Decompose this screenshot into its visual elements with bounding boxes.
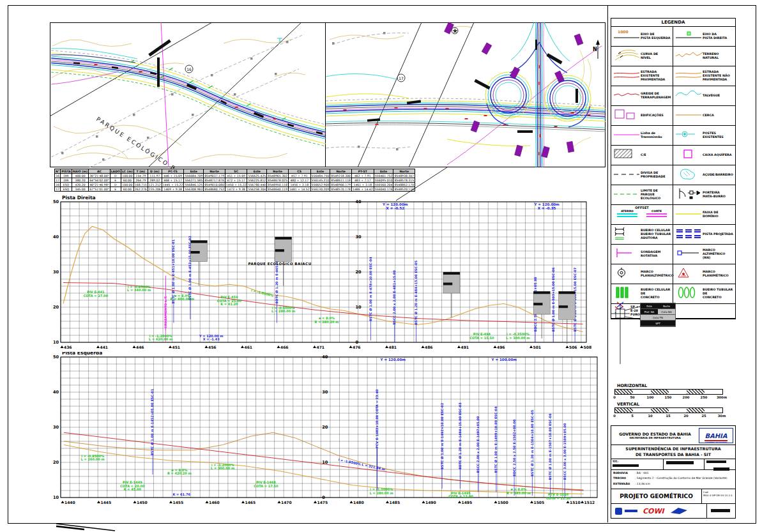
table-header: SC xyxy=(225,169,247,174)
station-label: 1475 xyxy=(317,500,328,505)
legend-row: EDIFICAÇÕESCERCA xyxy=(611,106,735,126)
legend-row: CURVA DENÍVELTERRENONATURAL xyxy=(611,47,735,66)
table-header: LADO xyxy=(110,169,121,174)
legend-item: CURVA DENÍVEL xyxy=(611,47,673,66)
marco-pl-icon xyxy=(674,265,703,283)
culvert-annotation: BSCC 2.00 x 2.00 E-481+15.00 xyxy=(392,270,396,324)
grade-annotation: L = 420.00 m xyxy=(149,337,172,341)
grade-annotation: L = 340.00 m xyxy=(127,288,151,292)
legend-item: TERRENONATURAL xyxy=(673,47,735,66)
culvert-annotation: BSTC Ø 1.00 m E-1452+05.00 ESC-01 xyxy=(150,388,154,455)
curve-data-table: N°PISTARAIO (m)ACLADOLC (m)T (m)D (m)PC-… xyxy=(54,169,415,192)
table-header: Norte xyxy=(393,169,415,174)
legend-row: Linha de TransmissãoPOSTESEXISTENTES xyxy=(611,126,735,146)
divisa-icon xyxy=(613,166,641,184)
curve-y-label: Y = 100.00m xyxy=(491,358,517,361)
table-header: Este xyxy=(374,169,393,174)
table-row: 16DIR400.0036°21'48.00"D100.00154.79111.… xyxy=(55,174,415,178)
curve-y-label: X = -0.52 xyxy=(386,206,405,210)
elevation-label-2: 40 xyxy=(322,354,328,360)
road-info: RODOVIA: BA - 001 TRECHO: Segmento 2 - C… xyxy=(611,470,735,489)
table-header: Norte xyxy=(267,169,289,174)
pista-proj-icon xyxy=(674,225,703,243)
culvert-annotation: BDTC Ø 1.20 m E-1494+15.00 ESC-03 xyxy=(458,402,462,469)
culvert-annotation: BDCC 2.50 x 2.50 E-1502+00.00 xyxy=(512,419,516,476)
legend-row: C/ECAIXA AQUÍFERA xyxy=(611,146,735,165)
legend-item: LIMITE DEPARQUEECOLÓGICO xyxy=(611,185,673,204)
table-header: CS xyxy=(288,169,310,174)
extensao-value: : 13,36 km xyxy=(635,482,650,485)
stamp-cell xyxy=(706,504,735,518)
grade-annotation: COTA = 27.00 xyxy=(84,294,109,298)
legend-title: LEGENDA xyxy=(611,19,735,27)
slope-label: i = -1.8500% L = 321.84 m xyxy=(338,457,385,471)
station-label: 1490 xyxy=(425,500,436,505)
culvert-annotation: BSTC Ø 1.00 m E-1499+10.00 ESC-04 xyxy=(494,406,498,473)
title-fields-row: TÍT.: xyxy=(611,459,735,470)
svg-text:N: N xyxy=(593,47,597,52)
profile-title: Pista Direita xyxy=(62,195,96,201)
station-label: 491 xyxy=(461,345,469,349)
elevation-label-2: 20 xyxy=(355,270,362,275)
grade-annotation: L = 300.00 m xyxy=(506,336,530,340)
scale-bars: HORIZONTAL 050100150200250300m VERTICAL … xyxy=(612,382,731,419)
offset-stakes xyxy=(130,60,286,121)
legend-row: MARCOPLANIALTIMÉTRICOMARCOPLANIMÉTRICO xyxy=(611,264,735,284)
elevation-label: 30 xyxy=(53,270,59,275)
cowi-logo: COWI xyxy=(643,507,664,515)
station-label: 441 xyxy=(100,345,109,349)
horizontal-scale-bar xyxy=(614,389,723,395)
caixa-icon xyxy=(674,146,703,164)
porteira-icon xyxy=(674,186,703,204)
svg-text:1000: 1000 xyxy=(618,29,629,34)
station-label: 1512 xyxy=(584,500,595,505)
elevation-label-2: 0 xyxy=(322,495,325,500)
station-label: 476 xyxy=(353,345,361,349)
legend-item: MARCOALTIMÉTRICO (RN) xyxy=(673,245,735,264)
boring-detail: EsteNorteProf. NACota NACota TNSPT xyxy=(611,300,735,370)
station-label: 466 xyxy=(280,345,289,349)
title-block: GOVERNO DO ESTADO DA BAHIA SECRETARIA DE… xyxy=(611,425,736,519)
company-logo-bar xyxy=(625,510,637,512)
profile-pista-esquerda: 5040302010403020100144014451450145514601… xyxy=(45,352,607,515)
table-header: AC xyxy=(89,169,110,174)
legend-item: Linha de Transmissão xyxy=(611,126,673,145)
culvert-annotation: BSCC 3.00 x 3.00 E-1509+05.00 xyxy=(563,423,567,480)
elevation-label-2: 10 xyxy=(355,305,362,310)
park-label: PARQUE ECOLÓGICO BAIACU xyxy=(95,115,199,171)
legend-item: C/E xyxy=(611,146,673,165)
fold-mark xyxy=(51,522,121,532)
table-header: Este xyxy=(310,169,330,174)
acude-icon xyxy=(674,166,703,184)
panel-divider xyxy=(607,5,608,522)
legend-item: DIVISA DEPROPRIEDADE xyxy=(611,165,673,185)
culvert-annotation: BSTC Ø 1.00 m E-478+10.00 ESC-04 xyxy=(369,257,372,321)
legend-row: LIMITE DEPARQUEECOLÓGICOPORTEIRAMATA-BUR… xyxy=(611,185,735,205)
station-label: 1450 xyxy=(137,500,148,505)
station-label: 436 xyxy=(64,345,72,349)
table-header: RAIO (m) xyxy=(72,169,88,174)
eixo-dir-icon xyxy=(674,27,703,45)
alignment-corridor-left xyxy=(51,49,326,146)
legend-item: CAIXA AQUÍFERA xyxy=(673,146,735,165)
grade-annotation: COTA = 13.00 xyxy=(448,494,473,498)
curve-badge-16-label: 16 xyxy=(187,67,192,72)
vertical-scale-ticks: 051015202530m xyxy=(614,413,722,419)
elevation-label-2: 30 xyxy=(322,390,328,395)
table-row: 17DIR380.2064°56'02.00"E60.00264.79289.0… xyxy=(55,178,415,183)
grade-annotation: K = 41.20 xyxy=(220,302,238,306)
sheet-title: PROJETO GEOMÉTRICO xyxy=(611,489,702,503)
culvert-annotation: CRUZAMENTO L.T. xyxy=(164,296,167,328)
grade-annotation: L = 260.00 m xyxy=(81,457,105,461)
culvert-annotation: BSTC Ø 1.00 m E-503+15.00 ESC-06 xyxy=(551,267,555,331)
horizontal-scale-ticks: 050100150200250300m xyxy=(614,395,722,400)
station-label: 1460 xyxy=(209,500,220,505)
profile-pista-direita: 5040302010403020100436441446451456461466… xyxy=(45,194,607,352)
trecho-value: : Segmento 2 - Construção do Contorno de… xyxy=(635,476,727,480)
station-label: 506 xyxy=(569,345,577,349)
linha-lt-icon xyxy=(613,126,641,144)
table-header: N° xyxy=(55,169,61,174)
logos-row: COWI xyxy=(611,504,735,518)
legend-row: GREIDE DETERRAPLENAGEMTALVEGUE xyxy=(611,86,735,106)
elevation-label: 10 xyxy=(53,340,59,345)
